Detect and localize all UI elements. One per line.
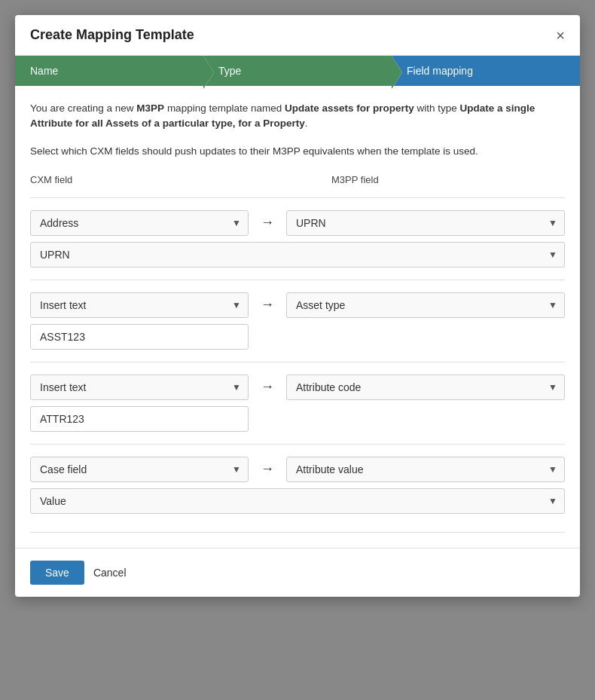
mapping-fields-2: Insert text ▼ → Asset type ▼ <box>30 292 565 318</box>
stepper: Name Type Field mapping <box>15 56 580 86</box>
m3pp-select-1[interactable]: UPRN <box>286 210 565 236</box>
cxm-select-wrapper-4: Case field ▼ <box>30 457 249 482</box>
step-field-mapping-label: Field mapping <box>407 65 473 77</box>
modal: Create Mapping Template × Name Type Fiel… <box>15 15 580 597</box>
text-input-row-2 <box>30 318 565 350</box>
step-name-label: Name <box>30 65 58 77</box>
cxm-select-wrapper-2: Insert text ▼ <box>30 292 249 318</box>
m3pp-select-4[interactable]: Attribute value <box>286 457 565 482</box>
modal-body: You are creating a new M3PP mapping temp… <box>15 86 580 548</box>
cancel-button[interactable]: Cancel <box>93 567 127 579</box>
m3pp-select-3[interactable]: Attribute code <box>286 374 565 400</box>
column-headers: CXM field M3PP field <box>30 174 565 191</box>
col-header-cxm: CXM field <box>30 174 286 185</box>
second-cxm-select-wrapper-1: UPRN ▼ <box>30 242 565 267</box>
step-type[interactable]: Type <box>203 56 392 86</box>
step-name[interactable]: Name <box>15 56 203 86</box>
mapping-row-2: Insert text ▼ → Asset type ▼ <box>30 280 565 362</box>
step-field-mapping[interactable]: Field mapping <box>392 56 580 86</box>
cxm-select-3[interactable]: Insert text <box>30 374 249 400</box>
mapping-row-1: Address ▼ → UPRN ▼ UPRN ▼ <box>30 197 565 280</box>
modal-header: Create Mapping Template × <box>15 15 580 56</box>
m3pp-select-wrapper-4: Attribute value ▼ <box>286 457 565 482</box>
cxm-select-1[interactable]: Address <box>30 210 249 236</box>
arrow-icon-2: → <box>261 297 274 313</box>
cxm-select-wrapper-3: Insert text ▼ <box>30 374 249 400</box>
m3pp-select-wrapper-1: UPRN ▼ <box>286 210 565 236</box>
cxm-select-wrapper-1: Address ▼ <box>30 210 249 236</box>
text-input-row-3 <box>30 400 565 432</box>
description-line2: Select which CXM fields should push upda… <box>30 144 565 159</box>
modal-footer: Save Cancel <box>15 548 580 597</box>
modal-title: Create Mapping Template <box>30 27 194 43</box>
cxm-select-4[interactable]: Case field <box>30 457 249 482</box>
cxm-select-2[interactable]: Insert text <box>30 292 249 318</box>
close-button[interactable]: × <box>556 28 565 43</box>
second-cxm-select-1[interactable]: UPRN <box>30 242 565 267</box>
mapping-fields-3: Insert text ▼ → Attribute code ▼ <box>30 374 565 400</box>
m3pp-select-wrapper-3: Attribute code ▼ <box>286 374 565 400</box>
m3pp-select-wrapper-2: Asset type ▼ <box>286 292 565 318</box>
col-header-m3pp: M3PP field <box>331 174 565 185</box>
second-cxm-select-4[interactable]: Value <box>30 488 565 514</box>
description-line1: You are creating a new M3PP mapping temp… <box>30 101 565 132</box>
m3pp-select-2[interactable]: Asset type <box>286 292 565 318</box>
arrow-icon-3: → <box>261 379 274 395</box>
second-cxm-row-1: UPRN ▼ <box>30 242 565 267</box>
second-cxm-select-wrapper-4: Value ▼ <box>30 488 565 514</box>
mapping-fields-4: Case field ▼ → Attribute value ▼ <box>30 457 565 482</box>
mapping-fields-1: Address ▼ → UPRN ▼ <box>30 210 565 236</box>
mapping-row-3: Insert text ▼ → Attribute code ▼ <box>30 362 565 444</box>
text-input-3[interactable] <box>30 406 249 432</box>
text-input-2[interactable] <box>30 324 249 350</box>
arrow-icon-4: → <box>261 461 274 477</box>
second-cxm-row-4: Value ▼ <box>30 488 565 514</box>
arrow-icon-1: → <box>261 215 274 231</box>
step-type-label: Type <box>218 65 241 77</box>
save-button[interactable]: Save <box>30 561 84 585</box>
mapping-row-4: Case field ▼ → Attribute value ▼ Value <box>30 444 565 526</box>
